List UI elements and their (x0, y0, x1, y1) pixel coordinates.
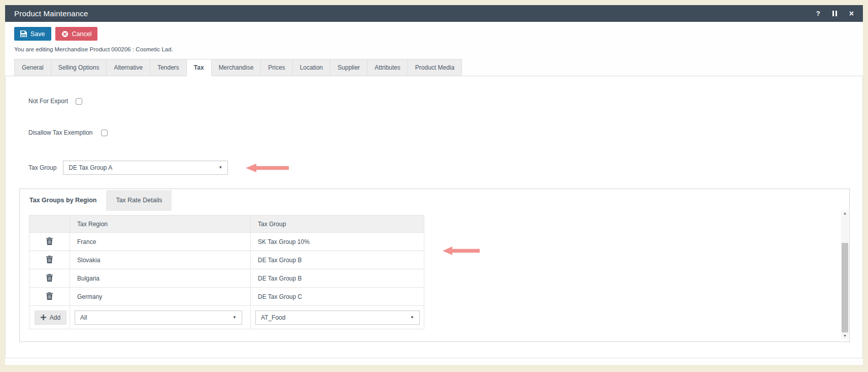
tab-product-media[interactable]: Product Media (408, 59, 462, 76)
cancel-button-label: Cancel (72, 30, 92, 38)
plus-icon (41, 315, 46, 320)
tab-general[interactable]: General (14, 59, 51, 76)
new-tax-group-select[interactable]: AT_Food ▼ (255, 311, 420, 325)
table-header-row: Tax Region Tax Group (29, 215, 424, 233)
window-controls: ? × (816, 10, 854, 18)
sub-tab-strip: Tax Groups by Region Tax Rate Details (20, 189, 849, 211)
new-tax-region-value: All (80, 314, 87, 321)
tax-group-cell: DE Tax Group C (251, 288, 424, 306)
tab-tax[interactable]: Tax (186, 59, 212, 76)
save-button[interactable]: Save (14, 27, 51, 41)
chevron-down-icon: ▼ (218, 166, 222, 170)
tax-group-cell: DE Tax Group B (251, 269, 424, 288)
subtab-tax-groups-by-region[interactable]: Tax Groups by Region (20, 190, 106, 211)
tax-region-cell: Germany (70, 288, 251, 306)
cancel-button[interactable]: Cancel (55, 27, 98, 41)
vertical-scrollbar[interactable]: ▲ ▼ (841, 210, 849, 339)
main-tab-strip: General Selling Options Alternative Tend… (5, 59, 863, 76)
add-row: Add All ▼ AT_Food ▼ (29, 306, 424, 329)
table-row: France SK Tax Group 10% (29, 233, 424, 251)
tab-attributes[interactable]: Attributes (367, 59, 408, 76)
subtab-tax-rate-details[interactable]: Tax Rate Details (106, 190, 172, 211)
trash-icon (46, 237, 53, 245)
tax-group-cell: SK Tax Group 10% (251, 233, 424, 251)
tab-prices[interactable]: Prices (260, 59, 292, 76)
page-title: Product Maintenance (14, 9, 88, 18)
not-for-export-checkbox[interactable] (76, 98, 82, 105)
close-icon[interactable]: × (849, 10, 854, 18)
table-row: Germany DE Tax Group C (29, 288, 424, 306)
tax-region-cell: Slovakia (70, 251, 251, 269)
delete-row-button[interactable] (44, 236, 55, 247)
tax-group-field: Tax Group DE Tax Group A ▼ (28, 161, 289, 175)
titlebar: Product Maintenance ? × (5, 5, 863, 22)
tax-group-cell: DE Tax Group B (251, 251, 424, 269)
delete-row-button[interactable] (44, 255, 55, 266)
table-row: Bulgaria DE Tax Group B (29, 269, 424, 288)
delete-row-button[interactable] (44, 273, 55, 284)
disallow-tax-exemption-checkbox[interactable] (101, 130, 108, 136)
tax-group-column-header: Tax Group (251, 215, 424, 233)
tax-group-select-value: DE Tax Group A (69, 164, 112, 171)
scroll-up-button[interactable]: ▲ (841, 210, 849, 216)
toolbar: Save Cancel (5, 22, 863, 41)
new-tax-group-value: AT_Food (261, 314, 285, 321)
tab-merchandise[interactable]: Merchandise (211, 59, 261, 76)
tax-region-column-header: Tax Region (70, 215, 251, 233)
actions-column-header (29, 215, 70, 233)
tax-region-cell: France (70, 233, 251, 251)
annotation-arrow-left-icon (246, 164, 289, 172)
delete-row-button[interactable] (44, 291, 55, 302)
tax-region-table: Tax Region Tax Group (29, 215, 424, 329)
table-row: Slovakia DE Tax Group B (29, 251, 424, 269)
chevron-down-icon: ▼ (410, 316, 414, 320)
chevron-down-icon: ▼ (232, 316, 237, 320)
trash-icon (46, 256, 53, 263)
pause-icon[interactable] (832, 11, 837, 16)
product-maintenance-window: Product Maintenance ? × Save Cancel You … (5, 5, 863, 365)
floppy-icon (20, 30, 27, 37)
add-button-label: Add (50, 314, 60, 321)
tab-tenders[interactable]: Tenders (150, 59, 187, 76)
scrollbar-thumb[interactable] (842, 243, 848, 332)
tax-tab-panel: Not For Export Disallow Tax Exemption Ta… (5, 76, 863, 358)
tax-group-select[interactable]: DE Tax Group A ▼ (63, 161, 228, 175)
add-row-button[interactable]: Add (35, 311, 66, 325)
scroll-down-button[interactable]: ▼ (841, 333, 849, 339)
help-icon[interactable]: ? (816, 10, 820, 17)
x-circle-icon (61, 30, 69, 38)
tab-location[interactable]: Location (292, 59, 330, 76)
new-tax-region-select[interactable]: All ▼ (75, 311, 242, 325)
tab-selling-options[interactable]: Selling Options (51, 59, 107, 76)
trash-icon (46, 274, 53, 282)
annotation-arrow-left-icon (443, 246, 480, 255)
disallow-tax-exemption-label: Disallow Tax Exemption (28, 129, 93, 136)
editing-notice: You are editing Merchandise Product 0002… (5, 41, 863, 52)
not-for-export-label: Not For Export (28, 98, 68, 105)
trash-icon (46, 292, 53, 300)
disallow-tax-exemption-field: Disallow Tax Exemption (28, 129, 108, 136)
tab-alternative[interactable]: Alternative (106, 59, 150, 76)
tax-group-label: Tax Group (28, 164, 56, 171)
save-button-label: Save (30, 30, 45, 38)
tab-supplier[interactable]: Supplier (330, 59, 368, 76)
tax-groups-panel: Tax Groups by Region Tax Rate Details Ta… (19, 189, 850, 342)
not-for-export-field: Not For Export (28, 98, 82, 105)
tax-region-cell: Bulgaria (70, 269, 251, 288)
